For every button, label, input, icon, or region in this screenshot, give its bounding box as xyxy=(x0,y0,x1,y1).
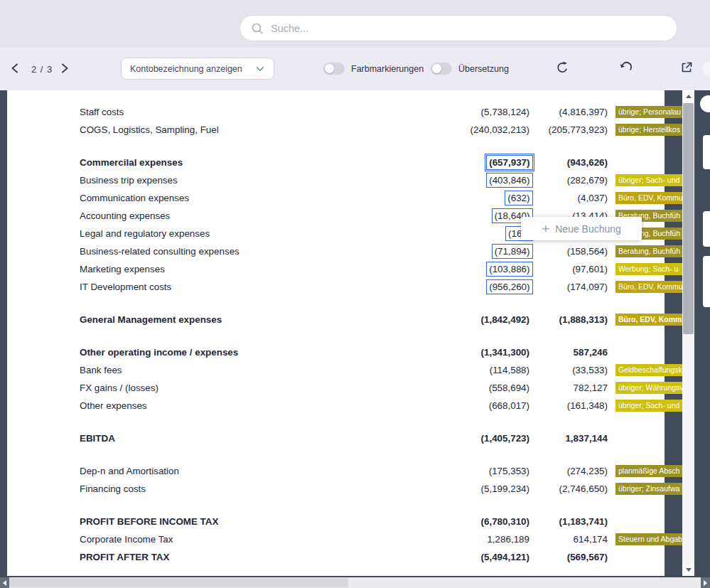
amount-col1: (1,405,723) xyxy=(481,429,530,447)
amount-col2: (282,679) xyxy=(567,171,608,189)
table-row: Business-related consulting expenses (71… xyxy=(7,242,665,260)
search-input[interactable] xyxy=(271,23,667,34)
account-highlight-tag[interactable]: Büro, EDV, Kommu xyxy=(615,281,684,293)
color-markings-label: Farbmarkierungen xyxy=(351,64,424,74)
color-markings-toggle[interactable] xyxy=(323,63,345,75)
account-highlight-tag[interactable]: übrige; Personalau xyxy=(615,106,684,118)
amount-col2: 587,246 xyxy=(574,343,608,361)
amount-value[interactable]: (632) xyxy=(505,191,532,205)
scroll-right-button[interactable] xyxy=(701,577,710,588)
table-row: Marketing expenses (103,886) (97,601) We… xyxy=(7,260,665,278)
chevron-down-icon xyxy=(255,64,265,74)
account-highlight-tag[interactable]: planmäßige Absch xyxy=(615,465,684,477)
amount-value: 1,286,189 xyxy=(487,533,529,546)
toolbar: 2 / 3 Kontobezeichnung anzeigen Farbmark… xyxy=(0,47,710,90)
amount-col1: (632) xyxy=(505,189,529,207)
account-highlight-tag[interactable]: übriger; Sach- und xyxy=(615,400,684,412)
amount-value: (1,405,723) xyxy=(481,432,530,445)
amount-col2: (569,567) xyxy=(567,548,608,566)
undo-icon[interactable] xyxy=(617,59,634,76)
amount-col1: 1,286,189 xyxy=(487,530,529,548)
amount-value: (158,564) xyxy=(567,245,608,258)
cutoff-panel-button[interactable] xyxy=(700,95,710,112)
row-label: Marketing expenses xyxy=(80,260,165,278)
account-highlight-tag[interactable]: Geldbeschaffungsk xyxy=(615,364,684,376)
account-highlight-tag[interactable]: Werbung; Sach- u xyxy=(615,263,684,275)
account-highlight-tag[interactable]: Beratung, Buchfüh xyxy=(615,245,684,257)
amount-value[interactable]: (657,937) xyxy=(486,155,532,170)
amount-col2: (174,097) xyxy=(567,278,608,296)
row-label: EBITDA xyxy=(80,429,115,447)
account-highlight-tag[interactable]: Steuern und Abgab xyxy=(615,533,684,545)
account-label-dropdown-value: Kontobezeichnung anzeigen xyxy=(130,64,242,74)
page-prev-button[interactable] xyxy=(7,60,24,77)
amount-value: (97,601) xyxy=(572,262,608,276)
scroll-up-button[interactable] xyxy=(682,90,694,102)
page-next-button[interactable] xyxy=(55,60,72,77)
neue-buchung-popover[interactable]: + Neue Buchung xyxy=(521,217,642,240)
account-highlight-tag[interactable]: übrige; Herstellkos xyxy=(615,124,684,136)
amount-value: (1,888,313) xyxy=(559,313,608,326)
table-row: EBITDA (1,405,723) 1,837,144 xyxy=(7,429,665,447)
amount-col1: (114,588) xyxy=(490,361,529,379)
amount-value: (175,353) xyxy=(489,464,529,478)
amount-value[interactable]: (403,846) xyxy=(486,173,532,188)
amount-col2: (4,037) xyxy=(578,189,608,207)
amount-value: (240,032,213) xyxy=(470,123,529,137)
account-label-dropdown[interactable]: Kontobezeichnung anzeigen xyxy=(121,58,274,80)
search-box[interactable] xyxy=(240,15,677,41)
row-label: Business-related consulting expenses xyxy=(80,242,240,260)
account-highlight-tag[interactable]: Büro, EDV, Kommu xyxy=(615,314,684,326)
account-highlight-tag[interactable]: Büro, EDV, Kommu xyxy=(615,192,684,204)
amount-col1: (668,017) xyxy=(489,397,529,415)
vertical-scrollbar-thumb[interactable] xyxy=(683,103,694,334)
amount-col2: (161,348) xyxy=(567,397,608,415)
account-highlight-tag[interactable]: übriger; Sach- und xyxy=(615,174,684,186)
arrow-up-icon xyxy=(686,95,692,98)
amount-value: 587,246 xyxy=(574,346,608,359)
rotate-button[interactable] xyxy=(554,59,571,76)
amount-col1: (1,842,492) xyxy=(481,311,530,328)
amount-value: (4,816,397) xyxy=(559,105,608,119)
table-row: Bank fees (114,588) (33,533) Geldbeschaf… xyxy=(7,361,665,379)
amount-col2: 782,127 xyxy=(574,379,608,397)
table-row: PROFIT AFTER TAX (5,494,121) (569,567) xyxy=(7,548,665,566)
row-label: Dep-n and Amortisation xyxy=(80,462,179,480)
row-label: Corporate Income Tax xyxy=(80,530,173,548)
search-icon xyxy=(250,21,264,36)
scroll-down-button[interactable] xyxy=(682,564,694,576)
row-label: Other expenses xyxy=(80,397,147,415)
amount-value[interactable]: (103,886) xyxy=(486,262,532,277)
row-label: Business trip expenses xyxy=(80,171,178,189)
amount-col1: (5,494,121) xyxy=(481,548,530,566)
amount-value: 614,174 xyxy=(574,533,608,546)
amount-col2: (33,533) xyxy=(572,361,608,379)
open-external-icon[interactable] xyxy=(678,59,695,76)
horizontal-scrollbar-thumb[interactable] xyxy=(9,578,348,587)
cutoff-toolbar-button[interactable] xyxy=(702,61,710,77)
table-row: Staff costs (5,738,124) (4,816,397) übri… xyxy=(7,103,665,121)
amount-value: (114,588) xyxy=(490,363,529,377)
account-highlight-tag[interactable]: übriger; Währungsv xyxy=(615,382,684,394)
amount-value[interactable]: (71,894) xyxy=(492,244,533,259)
amount-value: (1,341,300) xyxy=(481,346,530,359)
row-label: Commercilal expenses xyxy=(80,154,183,171)
cutoff-panel-card[interactable] xyxy=(703,135,710,169)
row-label: Communication expenses xyxy=(80,189,189,207)
cutoff-panel-card[interactable] xyxy=(703,211,710,247)
account-highlight-tag[interactable]: übriger; Zinsaufwa xyxy=(615,483,684,495)
amount-col2: (205,773,923) xyxy=(549,121,608,139)
amount-value[interactable]: (956,260) xyxy=(486,279,532,294)
table-row: FX gains / (losses) (558,694) 782,127 üb… xyxy=(7,379,665,397)
translation-toggle[interactable] xyxy=(431,63,452,75)
toggle-knob xyxy=(432,64,441,73)
scroll-left-button[interactable] xyxy=(0,577,9,588)
amount-value: (5,494,121) xyxy=(481,550,530,564)
horizontal-scrollbar[interactable] xyxy=(0,577,710,588)
vertical-scrollbar[interactable] xyxy=(682,90,694,576)
cutoff-panel-card[interactable] xyxy=(703,256,710,307)
amount-value: (668,017) xyxy=(489,399,529,412)
row-label: Other operating income / expenses xyxy=(80,343,238,361)
amount-col1: (403,846) xyxy=(486,171,529,189)
amount-col1: (71,894) xyxy=(492,242,529,260)
